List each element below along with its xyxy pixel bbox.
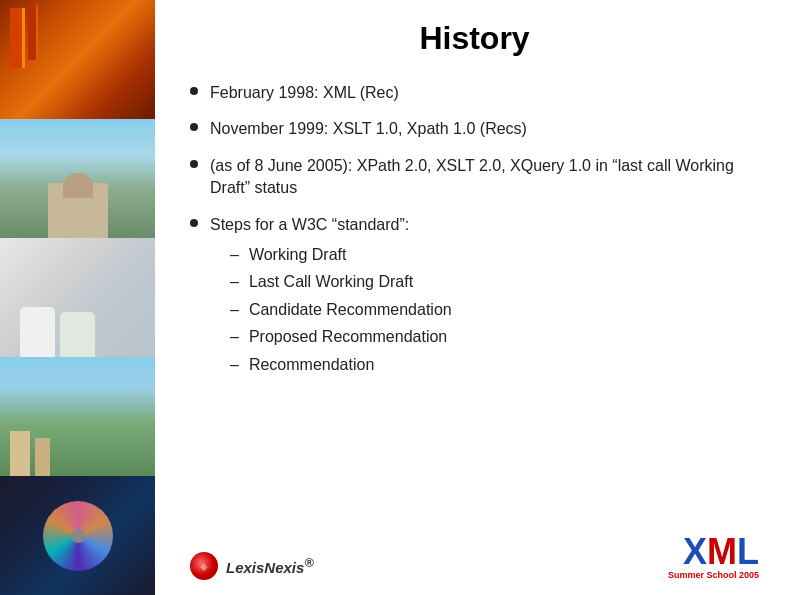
bullet-text-1: February 1998: XML (Rec) xyxy=(210,82,759,104)
sub-list-item: – Working Draft xyxy=(210,244,759,266)
bullet-text-4: Steps for a W3C “standard”: – Working Dr… xyxy=(210,214,759,381)
sub-dash: – xyxy=(230,354,239,376)
sidebar-image-doctors xyxy=(0,238,155,357)
registered-symbol: ® xyxy=(304,556,313,570)
sidebar-image-disc xyxy=(0,476,155,595)
lexisnexis-logo: LexisNexis® xyxy=(190,552,314,580)
sub-list: – Working Draft – Last Call Working Draf… xyxy=(210,244,759,376)
sidebar-image-city xyxy=(0,357,155,476)
sub-item-text: Candidate Recommendation xyxy=(249,299,452,321)
bullet-dot-4 xyxy=(190,219,198,227)
sub-list-item: – Proposed Recommendation xyxy=(210,326,759,348)
steps-intro: Steps for a W3C “standard”: xyxy=(210,216,409,233)
lexis-logo-circle xyxy=(190,552,218,580)
list-item: February 1998: XML (Rec) xyxy=(190,82,759,104)
sidebar-image-books xyxy=(0,0,155,119)
main-content: History February 1998: XML (Rec) Novembe… xyxy=(155,0,794,595)
sidebar xyxy=(0,0,155,595)
sub-item-text: Proposed Recommendation xyxy=(249,326,447,348)
sub-item-text: Last Call Working Draft xyxy=(249,271,413,293)
lexis-brand-name: LexisNexis® xyxy=(226,559,314,576)
sub-dash: – xyxy=(230,326,239,348)
page-title: History xyxy=(190,20,759,57)
sidebar-image-building xyxy=(0,119,155,238)
xml-label: XML xyxy=(668,534,759,570)
sub-item-text: Working Draft xyxy=(249,244,347,266)
list-item: (as of 8 June 2005): XPath 2.0, XSLT 2.0… xyxy=(190,155,759,200)
list-item: November 1999: XSLT 1.0, Xpath 1.0 (Recs… xyxy=(190,118,759,140)
lexisnexis-name: LexisNexis xyxy=(226,559,304,576)
bullet-dot-1 xyxy=(190,87,198,95)
sub-list-item: – Last Call Working Draft xyxy=(210,271,759,293)
sub-list-item: – Recommendation xyxy=(210,354,759,376)
summer-school-label: Summer School 2005 xyxy=(668,570,759,580)
sub-list-item: – Candidate Recommendation xyxy=(210,299,759,321)
bullet-dot-3 xyxy=(190,160,198,168)
list-item: Steps for a W3C “standard”: – Working Dr… xyxy=(190,214,759,381)
sub-dash: – xyxy=(230,271,239,293)
sub-item-text: Recommendation xyxy=(249,354,374,376)
lexis-logo-text: LexisNexis® xyxy=(226,556,314,577)
xml-badge: XML Summer School 2005 xyxy=(668,534,759,580)
sub-dash: – xyxy=(230,299,239,321)
bullet-text-3: (as of 8 June 2005): XPath 2.0, XSLT 2.0… xyxy=(210,155,759,200)
bullet-list: February 1998: XML (Rec) November 1999: … xyxy=(190,82,759,524)
bullet-text-2: November 1999: XSLT 1.0, Xpath 1.0 (Recs… xyxy=(210,118,759,140)
sub-dash: – xyxy=(230,244,239,266)
bullet-dot-2 xyxy=(190,123,198,131)
footer: LexisNexis® XML Summer School 2005 xyxy=(190,534,759,580)
